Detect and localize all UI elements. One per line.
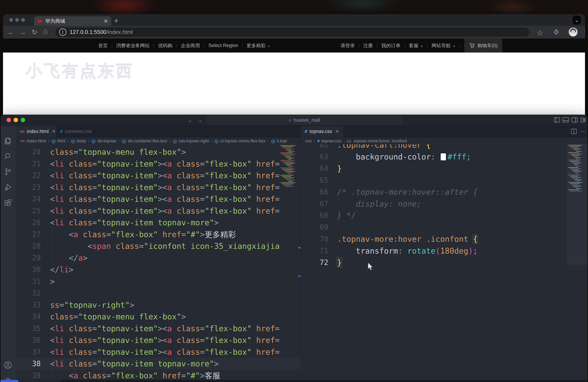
history-forward-icon[interactable]: →	[196, 117, 203, 124]
code-editor-right[interactable]: 62.topnav-cart:hover {63 background-colo…	[301, 144, 588, 380]
code-line[interactable]: 69	[301, 221, 588, 233]
tab-close-icon[interactable]: ✕	[52, 129, 56, 134]
extensions-puzzle-icon[interactable]	[553, 29, 560, 36]
code-line[interactable]: 66/* .topnav-more:hover::after {	[301, 186, 588, 198]
forward-icon[interactable]: →	[19, 28, 26, 36]
toggle-sidebar-icon[interactable]	[554, 118, 560, 122]
breadcrumb-item[interactable]: ul.topnav-menu.flex-box	[214, 139, 266, 143]
code-line[interactable]: 72}	[301, 257, 588, 268]
url-text[interactable]: 127.0.0.1:5500/index.html	[70, 29, 133, 35]
site-nav-item-right-1[interactable]: 请登录	[340, 42, 355, 49]
breadcrumb-item[interactable]: css	[305, 139, 312, 143]
site-nav-item-right-2[interactable]: 注册	[363, 42, 373, 49]
toggle-secondary-sidebar-icon[interactable]	[571, 118, 578, 122]
run-debug-icon[interactable]	[4, 183, 12, 191]
breadcrumb-item[interactable]: #topnav.css	[317, 139, 341, 143]
browser-close-button[interactable]	[9, 18, 13, 22]
code-line[interactable]: 37<li class="topnav-item"><a class="flex…	[16, 346, 301, 358]
bookmark-star-icon[interactable]: ☆	[537, 29, 543, 37]
breadcrumb-item[interactable]: div.container.flex-box	[122, 139, 167, 143]
tab-list-chevron-button[interactable]: ⌄	[573, 16, 581, 24]
breadcrumb-item[interactable]: li.topr	[271, 139, 287, 143]
code-line[interactable]: 26<li class="topnav-item topnav-more">	[16, 217, 301, 228]
browser-profile-avatar[interactable]	[569, 28, 578, 37]
code-line[interactable]: 24<li class="topnav-item"><a class="flex…	[16, 193, 301, 205]
editor-actions-more-icon[interactable]: ⋯	[580, 128, 586, 135]
customize-layout-icon[interactable]	[581, 118, 586, 123]
breadcrumb-item[interactable]: nav.topnav-right	[173, 139, 209, 143]
site-nav-item-6[interactable]: 更多精彩∨	[247, 42, 271, 49]
site-nav-item-5[interactable]: Select Region	[208, 43, 238, 48]
site-nav-item-3[interactable]: 优码购	[158, 42, 172, 49]
site-nav-item-2[interactable]: 消费者业务网站	[116, 42, 150, 49]
breadcrumb-item[interactable]: <>index.html	[20, 139, 46, 143]
vscode-zoom-button[interactable]	[21, 118, 25, 122]
code-line[interactable]: 62.topnav-cart:hover {	[301, 144, 588, 151]
breadcrumb[interactable]: <>index.html›html›body›div.topnav›div.co…	[16, 137, 301, 144]
code-line[interactable]: 63 background-color: #fff;	[301, 151, 588, 163]
accounts-icon[interactable]	[4, 361, 12, 369]
back-icon[interactable]: ←	[8, 28, 14, 36]
site-nav-item-4[interactable]: 企业商用	[181, 42, 200, 49]
code-line[interactable]: 31>	[16, 276, 301, 287]
new-tab-button[interactable]: +	[114, 17, 119, 25]
code-line[interactable]: 71 transform: rotate(180deg);	[301, 245, 588, 257]
command-center-search[interactable]: ⌕ huawei_mall	[207, 116, 402, 124]
site-nav-item-1[interactable]: 首页	[98, 42, 108, 49]
code-line[interactable]: 20class="topnav-menu flex-box">	[16, 146, 301, 158]
search-sidebar-icon[interactable]	[4, 152, 12, 160]
tab-close-icon[interactable]: ✕	[104, 18, 108, 24]
home-icon[interactable]: ⌂	[43, 27, 48, 35]
site-nav-item-right-4[interactable]: 客服∨	[409, 42, 423, 49]
breadcrumb-item[interactable]: .topnav-more:hover .iconfont	[347, 139, 407, 143]
code-line[interactable]: 29 </a>	[16, 252, 301, 264]
history-back-icon[interactable]: ←	[188, 117, 194, 124]
breadcrumb-item[interactable]: div.topnav	[91, 139, 116, 143]
browser-menu-kebab-icon[interactable]: ⋮	[582, 27, 585, 35]
split-editor-icon[interactable]	[571, 129, 577, 134]
address-bar[interactable]: i 127.0.0.1:5500/index.html	[55, 28, 529, 37]
breadcrumb-item[interactable]: html	[51, 139, 65, 143]
tab-topnav-css[interactable]: # topnav.css ✕	[301, 126, 343, 137]
browser-zoom-button[interactable]	[21, 18, 25, 22]
tab-index-html[interactable]: <> index.html ✕	[16, 126, 60, 137]
code-line[interactable]: 22<li class="topnav-item"><a class="flex…	[16, 170, 301, 181]
tab-close-icon[interactable]: ✕	[335, 129, 339, 134]
code-line[interactable]: 64}	[301, 162, 588, 174]
tab-common-css[interactable]: # common.css	[56, 126, 96, 137]
code-line[interactable]: 35<li class="topnav-item"><a class="flex…	[16, 322, 301, 334]
reload-icon[interactable]: ↻	[32, 28, 37, 36]
code-line[interactable]: 67 display: none;	[301, 198, 588, 210]
code-line[interactable]: 39 <a class="flex-box" href="#">客服	[16, 370, 301, 380]
breadcrumb-item[interactable]: body	[71, 139, 86, 143]
code-editor-left[interactable]: 20class="topnav-menu flex-box">21<li cla…	[16, 144, 301, 380]
code-line[interactable]: 33ss="topnav-right">	[16, 299, 301, 311]
code-line[interactable]: 27 <a class="flex-box" href="#">更多精彩	[16, 228, 301, 240]
site-info-icon[interactable]: i	[59, 28, 66, 36]
code-line[interactable]: 28 <span class="iconfont icon-35_xiangxi…	[16, 240, 301, 252]
cart-button[interactable]: 购物车(0)	[464, 39, 502, 53]
code-line[interactable]: 38<li class="topnav-item topnav-more">	[16, 358, 301, 370]
extensions-icon[interactable]	[4, 199, 12, 207]
code-line[interactable]: 65	[301, 174, 588, 186]
code-line[interactable]: 36<li class="topnav-item"><a class="flex…	[16, 334, 301, 346]
code-line[interactable]: 34class="topnav-menu flex-box">	[16, 311, 301, 322]
code-line[interactable]: 70.topnav-more:hover .iconfont {	[301, 233, 588, 245]
explorer-icon[interactable]	[4, 137, 12, 145]
code-line[interactable]: 68} */	[301, 210, 588, 221]
browser-tab[interactable]: 华为商城 ✕	[34, 16, 111, 26]
remote-indicator[interactable]	[0, 380, 18, 382]
toggle-panel-icon[interactable]	[563, 118, 569, 122]
minimap-viewport[interactable]	[567, 144, 588, 264]
code-line[interactable]: 30</li>	[16, 264, 301, 276]
site-nav-item-right-5[interactable]: 网站导航∨	[432, 42, 456, 49]
code-line[interactable]: 21<li class="topnav-item"><a class="flex…	[16, 158, 301, 170]
site-nav-item-right-3[interactable]: 我的订单	[381, 42, 400, 49]
code-line[interactable]: 23<li class="topnav-item"><a class="flex…	[16, 181, 301, 193]
color-swatch[interactable]	[440, 153, 446, 161]
vscode-close-button[interactable]	[6, 118, 11, 122]
code-line[interactable]: 32	[16, 287, 301, 299]
vscode-minimize-button[interactable]	[14, 118, 18, 122]
source-control-icon[interactable]	[4, 168, 12, 176]
breadcrumb[interactable]: css›#topnav.css›.topnav-more:hover .icon…	[301, 137, 588, 144]
